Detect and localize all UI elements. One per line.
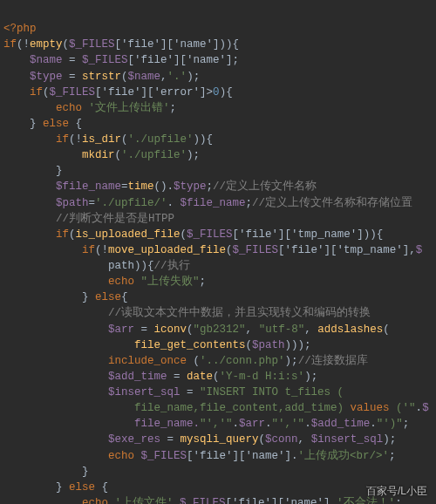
kw: if: [3, 38, 17, 51]
php-open: <?php: [3, 23, 37, 35]
watermark: 百家号/L小臣: [366, 484, 427, 499]
code-editor[interactable]: <?php if(!empty($_FILES['file']['name'])…: [3, 5, 433, 504]
